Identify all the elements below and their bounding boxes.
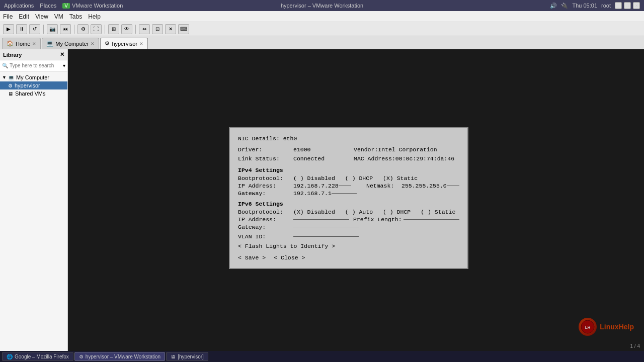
vm-page-indicator: 1 / 4: [630, 343, 640, 349]
vendor-value: Intel Corporation: [378, 146, 437, 154]
toolbar-pause[interactable]: ⏸: [16, 24, 27, 34]
ipv4-section-title: IPv4 Settings: [238, 167, 459, 173]
menu-tabs[interactable]: Tabs: [69, 13, 82, 20]
menu-help[interactable]: Help: [88, 13, 101, 20]
taskbar: 🌐 Google – Mozilla Firefox ⚙ hypervisor …: [0, 351, 644, 362]
tab-home-close[interactable]: ✕: [32, 41, 36, 46]
library-label: Library: [3, 52, 22, 58]
ipv6-auto-option[interactable]: ( ) Auto: [345, 209, 373, 215]
menu-view[interactable]: View: [35, 13, 48, 20]
os-app-icon: V VMware Workstation: [62, 3, 123, 9]
taskbar-vmware[interactable]: ⚙ hypervisor – VMware Workstation: [74, 352, 165, 361]
tab-mycomputer-label: My Computer: [55, 41, 89, 47]
user-label: root: [601, 3, 611, 9]
menu-edit[interactable]: Edit: [19, 13, 29, 20]
ipv4-ip-label: IP Address:: [238, 183, 293, 189]
menu-vm[interactable]: VM: [54, 13, 63, 20]
vmware-app-badge: V: [62, 3, 70, 9]
firefox-icon: 🌐: [7, 354, 13, 359]
sharedvms-label: Shared VMs: [15, 90, 46, 97]
nic-save-button[interactable]: < Save >: [238, 254, 266, 261]
volume-icon[interactable]: 🔊: [550, 3, 557, 9]
ipv6-disabled-option[interactable]: (X) Disabled: [293, 209, 335, 215]
logo-text: LinuxHelp: [600, 323, 634, 331]
taskbar-hypervisor-vm[interactable]: 🖥 [hypervisor]: [166, 352, 208, 361]
tab-home[interactable]: 🏠 Home ✕: [2, 38, 41, 49]
minimize-btn[interactable]: _: [615, 2, 622, 9]
toolbar: ▶ ⏸ ↺ 📷 ⏮ ⚙ ⛶ ⊞ 👁 ⇔ ⊡ ✕ ⌨: [0, 22, 644, 36]
vmware-taskbar-label: hypervisor – VMware Workstation: [86, 354, 160, 359]
tabbar: 🏠 Home ✕ 💻 My Computer ✕ ⚙ hypervisor ✕: [0, 36, 644, 49]
ipv6-gateway-label: Gateway:: [238, 224, 293, 230]
ipv6-dhcp-option[interactable]: ( ) DHCP: [383, 209, 411, 215]
vlan-label: VLAN ID:: [238, 233, 293, 240]
toolbar-revert[interactable]: ⏮: [60, 24, 71, 34]
window-title: hypervisor – VMware Workstation: [281, 3, 363, 9]
flash-lights-row[interactable]: < Flash Lights to Identify >: [238, 243, 459, 249]
os-places-menu[interactable]: Places: [40, 3, 56, 9]
hypervisor-vm-icon: 🖥: [171, 354, 176, 359]
nic-close-button[interactable]: < Close >: [274, 254, 305, 261]
nic-driver-row: Driver: e1000 Vendor: Intel Corporation: [238, 146, 459, 154]
os-topbar-left: Applications Places V VMware Workstation: [4, 3, 123, 9]
ipv6-ip-row: IP Address: Prefix Length:: [238, 216, 459, 223]
link-status-value: Connected: [293, 155, 334, 163]
linuxhelp-logo: LH LinuxHelp: [579, 318, 634, 336]
sidebar-item-hypervisor[interactable]: ⚙ hypervisor: [0, 81, 67, 89]
toolbar-stretch[interactable]: ⇔: [139, 24, 150, 34]
ipv6-static-option[interactable]: ( ) Static: [421, 209, 455, 215]
tab-mycomputer-icon: 💻: [46, 40, 53, 47]
tab-hypervisor-icon: ⚙: [105, 40, 110, 47]
gateway-label: Gateway:: [238, 190, 293, 197]
os-topbar: Applications Places V VMware Workstation…: [0, 0, 644, 11]
ipv4-dhcp-option[interactable]: ( ) DHCP: [345, 175, 373, 182]
sidebar-tree: ▼ 💻 My Computer ⚙ hypervisor 🖥 Shared VM…: [0, 71, 67, 351]
ipv4-gateway-row: Gateway: 192.168.7.1: [238, 190, 459, 197]
close-btn[interactable]: ✕: [633, 2, 640, 9]
toolbar-reset[interactable]: ↺: [29, 24, 40, 34]
ipv6-gateway-row: Gateway:: [238, 224, 459, 230]
ipv6-bootprotocol-row: Bootprotocol: (X) Disabled ( ) Auto ( ) …: [238, 209, 459, 215]
mac-label: MAC Address:: [334, 155, 395, 163]
flash-lights-label[interactable]: < Flash Lights to Identify >: [238, 243, 335, 249]
toolbar-fullscreen[interactable]: ⛶: [91, 24, 102, 34]
library-close-icon[interactable]: ✕: [60, 51, 64, 58]
ipv6-bootprotocol-label: Bootprotocol:: [238, 209, 293, 215]
search-dropdown-icon[interactable]: ▾: [63, 63, 65, 68]
ipv4-ip-value: 192.168.7.228: [293, 183, 339, 189]
maximize-btn[interactable]: □: [624, 2, 631, 9]
vmware-app-label: VMware Workstation: [72, 3, 123, 9]
taskbar-firefox[interactable]: 🌐 Google – Mozilla Firefox: [2, 352, 73, 361]
toolbar-sep2: [74, 25, 74, 34]
toolbar-send-ctrlalt[interactable]: ⌨: [178, 24, 189, 34]
ipv6-section-title: IPv6 Settings: [238, 201, 459, 207]
toolbar-settings[interactable]: ⚙: [77, 24, 89, 34]
toolbar-usb[interactable]: ⊞: [108, 24, 119, 34]
vm-content[interactable]: NIC Details: eth0 Driver: e1000 Vendor: …: [68, 49, 644, 351]
os-applications-menu[interactable]: Applications: [4, 3, 34, 9]
toolbar-fit[interactable]: ⊡: [152, 24, 163, 34]
toolbar-snapshot[interactable]: 📷: [47, 24, 58, 34]
nic-dialog: NIC Details: eth0 Driver: e1000 Vendor: …: [229, 127, 468, 269]
network-icon[interactable]: 🔌: [561, 3, 568, 9]
search-input[interactable]: [10, 63, 61, 68]
expand-mycomputer-icon: ▼: [2, 75, 6, 80]
tab-mycomputer[interactable]: 💻 My Computer ✕: [42, 38, 99, 49]
mac-value: 00:0c:29:74:da:46: [395, 155, 454, 163]
ipv4-disabled-option[interactable]: ( ) Disabled: [293, 175, 335, 182]
search-bar: 🔍 ▾: [0, 60, 67, 71]
sidebar-item-mycomputer[interactable]: ▼ 💻 My Computer: [0, 73, 67, 81]
ipv4-static-option[interactable]: (X) Static: [383, 175, 418, 182]
toolbar-sep3: [105, 25, 105, 34]
tab-mycomputer-close[interactable]: ✕: [91, 41, 95, 46]
toolbar-power-on[interactable]: ▶: [3, 24, 14, 34]
toolbar-x[interactable]: ✕: [165, 24, 176, 34]
toolbar-view[interactable]: 👁: [121, 24, 132, 34]
firefox-label: Google – Mozilla Firefox: [15, 354, 69, 359]
sidebar: Library ✕ 🔍 ▾ ▼ 💻 My Computer ⚙ hypervis…: [0, 49, 68, 351]
tab-hypervisor[interactable]: ⚙ hypervisor ✕: [100, 38, 148, 49]
sidebar-item-sharedvms[interactable]: 🖥 Shared VMs: [0, 89, 67, 98]
menu-file[interactable]: File: [3, 13, 13, 20]
nic-title: NIC Details: eth0: [238, 135, 297, 142]
tab-hypervisor-close[interactable]: ✕: [139, 41, 143, 46]
